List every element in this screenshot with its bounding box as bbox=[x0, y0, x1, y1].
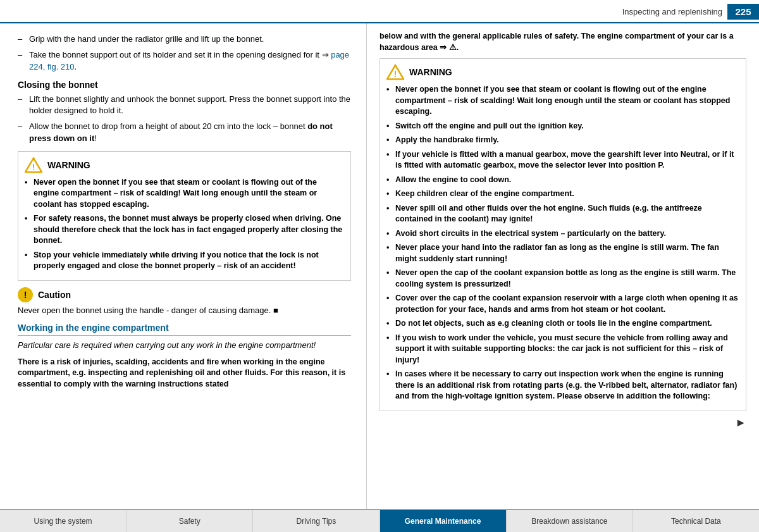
engine-bold-text: There is a risk of injuries, scalding, a… bbox=[18, 357, 351, 390]
warning-bullet: Switch off the engine and pull out the i… bbox=[386, 121, 739, 132]
warning-bullet: If your vehicle is fitted with a manual … bbox=[386, 149, 739, 171]
hazard-icon: ⚠ bbox=[449, 43, 457, 52]
warning-bullet: Allow the engine to cool down. bbox=[386, 175, 739, 186]
bottom-navigation: Using the system Safety Driving Tips Gen… bbox=[0, 509, 759, 532]
right-warning-bullets-list: Never open the bonnet if you see that st… bbox=[386, 84, 739, 402]
period: . bbox=[457, 43, 459, 52]
svg-text:!: ! bbox=[394, 69, 397, 79]
intro-list: Grip with the hand under the radiator gr… bbox=[18, 34, 351, 73]
tab-safety[interactable]: Safety bbox=[126, 510, 253, 532]
closing-bonnet-heading: Closing the bonnet bbox=[18, 80, 351, 90]
warning-bullet: Do not let objects, such as e.g cleaning… bbox=[386, 318, 739, 330]
tab-using-the-system[interactable]: Using the system bbox=[0, 510, 126, 532]
warning-bullet: Apply the handbrake firmly. bbox=[386, 135, 739, 146]
svg-text:!: ! bbox=[32, 162, 35, 172]
left-column: Grip with the hand under the radiator gr… bbox=[0, 23, 367, 509]
warning-bullet: In cases where it be necessary to carry … bbox=[386, 369, 739, 402]
right-intro-text: below and with the general applicable ru… bbox=[379, 31, 746, 53]
next-page-arrow-icon: ► bbox=[735, 416, 746, 430]
page-number: 225 bbox=[727, 4, 759, 20]
main-content: Grip with the hand under the radiator gr… bbox=[0, 23, 759, 509]
caution-header: ! Caution bbox=[18, 287, 351, 302]
warning-bullet: Keep children clear of the engine compar… bbox=[386, 189, 739, 200]
engine-section-title: Working in the engine compartment bbox=[18, 323, 351, 336]
caution-box: ! Caution Never open the bonnet using th… bbox=[18, 287, 351, 316]
page-link[interactable]: page 224, fig. 210 bbox=[29, 50, 349, 71]
tab-breakdown-assistance[interactable]: Breakdown assistance bbox=[507, 510, 633, 532]
warning-bullet: Never open the bonnet if you see that st… bbox=[386, 84, 739, 118]
right-warning-header: ! WARNING bbox=[386, 64, 739, 80]
list-item: Allow the bonnet to drop from a height o… bbox=[18, 121, 351, 145]
right-warning-title: WARNING bbox=[409, 67, 452, 77]
caution-text: Never open the bonnet using the handle -… bbox=[18, 305, 351, 316]
header-title: Inspecting and replenishing bbox=[0, 7, 727, 16]
warning-bullet: Never place your hand into the radiator … bbox=[386, 242, 739, 264]
tab-driving-tips[interactable]: Driving Tips bbox=[253, 510, 379, 532]
warning-bullet: For safety reasons, the bonnet must alwa… bbox=[25, 213, 344, 247]
list-item: Lift the bonnet slightly and unhook the … bbox=[18, 94, 351, 118]
caution-icon: ! bbox=[18, 287, 33, 302]
warning-bullet: Avoid short circuits in the electrical s… bbox=[386, 228, 739, 240]
list-item: Grip with the hand under the radiator gr… bbox=[18, 34, 351, 46]
left-warning-box: ! WARNING Never open the bonnet if you s… bbox=[18, 151, 351, 281]
warning-bullet: Never open the cap of the coolant expans… bbox=[386, 268, 739, 290]
warning-title: WARNING bbox=[47, 160, 90, 170]
warning-bullet: If you wish to work under the vehicle, y… bbox=[386, 333, 739, 366]
tab-technical-data[interactable]: Technical Data bbox=[633, 510, 759, 532]
list-item: Take the bonnet support out of its holde… bbox=[18, 49, 351, 73]
content-area: Grip with the hand under the radiator gr… bbox=[0, 23, 759, 509]
closing-bonnet-list: Lift the bonnet slightly and unhook the … bbox=[18, 94, 351, 145]
warning-bullets-list: Never open the bonnet if you see that st… bbox=[25, 177, 344, 272]
right-warning-box: ! WARNING Never open the bonnet if you s… bbox=[379, 58, 746, 411]
right-warning-triangle-icon: ! bbox=[386, 64, 404, 80]
warning-header: ! WARNING bbox=[25, 157, 344, 173]
warning-bullet: Stop your vehicle immediately while driv… bbox=[25, 250, 344, 272]
warning-bullet: Cover over the cap of the coolant expans… bbox=[386, 293, 739, 315]
warning-bullet: Never open the bonnet if you see that st… bbox=[25, 177, 344, 211]
right-column: below and with the general applicable ru… bbox=[367, 23, 759, 509]
tab-general-maintenance[interactable]: General Maintenance bbox=[380, 510, 507, 532]
warning-bullet: Never spill oil and other fluids over th… bbox=[386, 203, 739, 225]
caution-title: Caution bbox=[38, 290, 71, 300]
page-header: Inspecting and replenishing 225 bbox=[0, 0, 759, 23]
engine-intro-italic: Particular care is required when carryin… bbox=[18, 340, 351, 352]
warning-triangle-icon: ! bbox=[25, 157, 42, 173]
right-intro-content: below and with the general applicable ru… bbox=[379, 32, 734, 52]
